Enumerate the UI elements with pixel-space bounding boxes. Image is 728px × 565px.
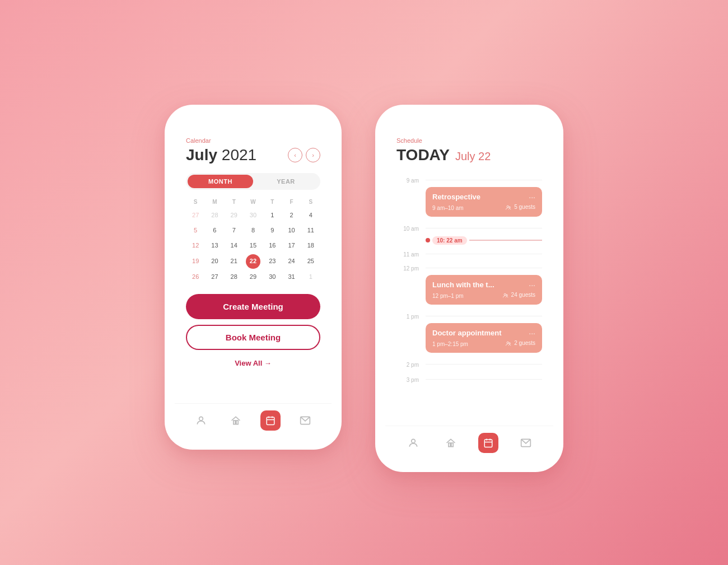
current-time-line xyxy=(469,240,542,241)
cal-cell[interactable]: 10 xyxy=(282,223,301,237)
current-time-label: 10: 22 am xyxy=(432,236,467,245)
cal-cell[interactable]: 31 xyxy=(282,270,301,284)
cal-cell[interactable]: 28 xyxy=(205,208,224,222)
cal-cell[interactable]: 27 xyxy=(205,270,224,284)
time-row-10am: 10 am xyxy=(396,223,542,232)
cal-cell[interactable]: 2 xyxy=(282,208,301,222)
event-retrospective[interactable]: Retrospective ··· 9 am–10 am 5 guests xyxy=(426,187,542,217)
cal-cell[interactable]: 13 xyxy=(205,239,224,253)
day-name-t1: T xyxy=(225,198,244,206)
time-label-10am: 10 am xyxy=(396,223,419,232)
cal-cell[interactable]: 23 xyxy=(263,254,282,269)
year-text: 2021 xyxy=(222,146,256,164)
cal-cell[interactable]: 25 xyxy=(301,254,320,269)
cal-cell[interactable]: 24 xyxy=(282,254,301,269)
cal-cell[interactable]: 1 xyxy=(301,270,320,284)
svg-rect-1 xyxy=(234,421,235,424)
day-name-m: M xyxy=(205,198,224,206)
cal-cell[interactable]: 7 xyxy=(225,223,244,237)
cal-cell[interactable]: 15 xyxy=(244,239,263,253)
month-title: July 2021 xyxy=(186,146,256,164)
event-lunch[interactable]: Lunch with the t... ··· 12 pm–1 pm 24 gu… xyxy=(426,275,542,305)
current-time-indicator: 10: 22 am xyxy=(426,236,542,245)
next-month-button[interactable]: › xyxy=(306,148,320,162)
bottom-nav-2 xyxy=(385,426,553,462)
nav-person-icon-2[interactable] xyxy=(403,433,423,453)
event-time-lunch: 12 pm–1 pm xyxy=(432,293,464,299)
cal-cell[interactable]: 17 xyxy=(282,239,301,253)
phone-2-notch xyxy=(436,115,503,129)
cal-cell[interactable]: 9 xyxy=(263,223,282,237)
cal-cell[interactable]: 18 xyxy=(301,239,320,253)
svg-rect-15 xyxy=(448,443,450,447)
cal-cell[interactable]: 19 xyxy=(186,254,205,269)
nav-home-icon-1[interactable] xyxy=(226,410,246,431)
time-label-2pm: 2 pm xyxy=(396,359,419,368)
time-slot-10am: 10 am 10: 22 am xyxy=(396,223,542,245)
schedule-date: July 22 xyxy=(455,150,491,163)
calendar-header-row: S M T W T F S xyxy=(186,198,320,206)
current-time-dot xyxy=(426,238,430,242)
day-name-f: F xyxy=(282,198,301,206)
cal-cell[interactable]: 21 xyxy=(225,254,244,269)
time-row-9am: 9 am xyxy=(396,175,542,184)
cal-cell[interactable]: 28 xyxy=(225,270,244,284)
cal-cell[interactable]: 12 xyxy=(186,239,205,253)
view-all-link[interactable]: View All → xyxy=(186,359,320,367)
time-row-2pm: 2 pm xyxy=(396,359,542,368)
nav-mail-icon-1[interactable] xyxy=(295,410,315,431)
svg-point-8 xyxy=(507,206,508,207)
time-slot-11am: 11 am xyxy=(396,249,542,258)
event-row-retro: 9 am–10 am 5 guests xyxy=(432,203,535,211)
event-more-retro[interactable]: ··· xyxy=(529,193,535,202)
time-label-9am: 9 am xyxy=(396,175,419,184)
svg-point-10 xyxy=(504,293,506,295)
cal-cell[interactable]: 6 xyxy=(205,223,224,237)
year-view-button[interactable]: YEAR xyxy=(253,175,319,188)
nav-mail-icon-2[interactable] xyxy=(516,433,536,453)
prev-month-button[interactable]: ‹ xyxy=(288,148,302,162)
day-name-t2: T xyxy=(263,198,282,206)
calendar-week-4: 19 20 21 22 23 24 25 xyxy=(186,254,320,269)
cal-cell[interactable]: 27 xyxy=(186,208,205,222)
divider-1pm xyxy=(426,316,542,316)
cal-cell[interactable]: 11 xyxy=(301,223,320,237)
cal-cell[interactable]: 5 xyxy=(186,223,205,237)
cal-cell[interactable]: 1 xyxy=(263,208,282,222)
cal-cell[interactable]: 20 xyxy=(205,254,224,269)
event-title-retro: Retrospective xyxy=(432,193,480,201)
cal-cell[interactable]: 26 xyxy=(186,270,205,284)
cal-cell[interactable]: 16 xyxy=(263,239,282,253)
cal-cell[interactable]: 29 xyxy=(244,270,263,284)
nav-calendar-icon-1[interactable] xyxy=(260,410,281,431)
book-meeting-button[interactable]: Book Meeting xyxy=(186,325,320,350)
view-toggle: MONTH YEAR xyxy=(186,173,320,190)
divider-10am xyxy=(426,228,542,228)
time-slot-2pm: 2 pm xyxy=(396,359,542,368)
cal-cell[interactable]: 29 xyxy=(225,208,244,222)
cal-cell[interactable]: 30 xyxy=(244,208,263,222)
month-view-button[interactable]: MONTH xyxy=(188,175,253,188)
nav-home-icon-2[interactable] xyxy=(441,433,461,453)
cal-cell-today[interactable]: 22 xyxy=(246,254,260,269)
svg-point-13 xyxy=(509,343,511,344)
bottom-nav-1 xyxy=(175,403,332,440)
event-more-lunch[interactable]: ··· xyxy=(529,281,535,289)
time-line-2pm xyxy=(426,359,542,368)
event-more-doctor[interactable]: ··· xyxy=(529,329,535,338)
time-row-1pm: 1 pm xyxy=(396,311,542,320)
cal-cell[interactable]: 8 xyxy=(244,223,263,237)
svg-rect-17 xyxy=(484,440,492,447)
nav-calendar-icon-2[interactable] xyxy=(478,433,498,453)
cal-cell[interactable]: 4 xyxy=(301,208,320,222)
month-header: July 2021 ‹ › xyxy=(186,146,320,164)
cal-cell[interactable]: 30 xyxy=(263,270,282,284)
cal-cell[interactable]: 14 xyxy=(225,239,244,253)
create-meeting-button[interactable]: Create Meeting xyxy=(186,294,320,319)
nav-person-icon-1[interactable] xyxy=(191,410,211,431)
divider-3pm xyxy=(426,379,542,380)
event-doctor[interactable]: Doctor appointment ··· 1 pm–2:15 pm 2 gu… xyxy=(426,323,542,353)
svg-rect-2 xyxy=(236,421,238,424)
svg-point-12 xyxy=(507,342,508,343)
svg-point-11 xyxy=(506,295,508,296)
